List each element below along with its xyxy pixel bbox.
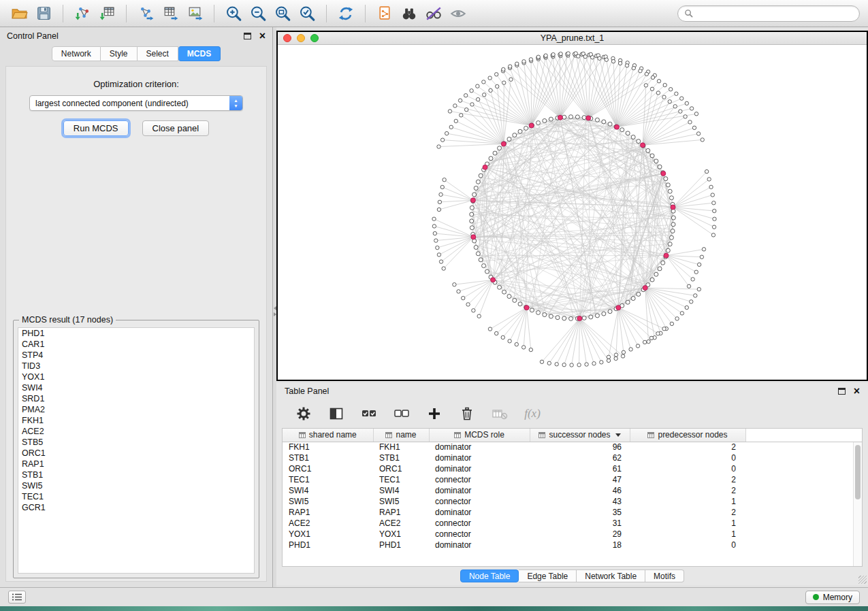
close-icon[interactable]: × [854,387,860,395]
save-session-button[interactable] [33,3,54,24]
table-row[interactable]: STB1STB1dominator620 [283,452,862,463]
table-cell[interactable]: ORC1 [373,463,429,474]
run-mcds-button[interactable]: Run MCDS [63,120,129,136]
table-scrollbar-thumb[interactable] [855,445,861,499]
mcds-result-item[interactable]: STB1 [18,469,254,480]
search-network-button[interactable] [398,3,420,24]
network-window-titlebar[interactable]: YPA_prune.txt_1 [278,32,867,45]
table-row[interactable]: FKH1FKH1dominator962 [283,442,862,452]
tab-node-table[interactable]: Node Table [460,569,519,582]
table-row[interactable]: ACE2ACE2connector311 [283,518,862,529]
deselect-all-button[interactable] [392,404,411,423]
table-cell[interactable]: dominator [429,452,530,463]
table-cell[interactable]: FKH1 [283,442,373,452]
table-cell[interactable]: 43 [530,496,630,507]
mcds-result-item[interactable]: PHD1 [18,328,254,339]
import-network-button[interactable] [71,3,93,24]
resize-grip[interactable] [858,576,867,584]
export-table-button[interactable] [159,3,181,24]
table-cell[interactable]: dominator [429,485,530,496]
table-cell[interactable]: 46 [530,485,630,496]
zoom-fit-button[interactable] [272,3,293,24]
table-cell[interactable]: 0 [630,452,745,463]
criterion-dropdown[interactable]: largest connected component (undirected)… [29,95,243,111]
table-cell[interactable]: SWI5 [373,496,429,507]
float-window-icon[interactable] [244,33,251,39]
add-column-button[interactable] [425,404,444,423]
close-icon[interactable]: × [259,32,266,40]
table-cell[interactable]: YOX1 [373,529,429,540]
tab-network[interactable]: Network [52,46,101,61]
tab-motifs[interactable]: Motifs [645,569,684,582]
table-cell[interactable]: YOX1 [283,529,373,540]
table-row[interactable]: SWI4SWI4dominator462 [283,485,862,496]
table-row[interactable]: RAP1RAP1dominator352 [283,507,862,518]
table-cell[interactable]: 0 [630,540,745,550]
table-cell[interactable]: ORC1 [283,463,373,474]
table-cell[interactable]: 29 [530,529,630,540]
task-history-button[interactable] [8,591,26,604]
table-cell[interactable]: 47 [530,474,630,485]
select-all-button[interactable] [359,404,379,423]
table-row[interactable]: SWI5SWI5connector431 [283,496,862,507]
table-cell[interactable]: dominator [429,463,530,474]
show-columns-button[interactable] [327,404,346,423]
minimize-window-icon[interactable] [297,34,305,42]
mcds-result-item[interactable]: YOX1 [18,371,254,382]
table-cell[interactable]: connector [429,518,530,529]
table-cell[interactable]: STB1 [373,452,429,463]
mcds-result-item[interactable]: STP4 [18,350,254,361]
refresh-view-button[interactable] [335,3,357,24]
table-cell[interactable]: dominator [429,540,530,550]
table-cell[interactable]: 1 [630,518,745,529]
table-cell[interactable]: STB1 [283,452,373,463]
mcds-result-item[interactable]: PMA2 [18,404,254,415]
float-window-icon[interactable] [838,388,846,395]
table-cell[interactable]: 1 [630,529,745,540]
delete-column-button[interactable] [457,404,477,423]
search-field[interactable] [677,5,860,22]
table-cell[interactable]: 62 [530,452,630,463]
search-input[interactable] [696,9,853,18]
tab-edge-table[interactable]: Edge Table [519,569,577,582]
mcds-result-item[interactable]: FKH1 [18,415,254,426]
table-cell[interactable]: RAP1 [373,507,429,518]
table-cell[interactable]: 2 [630,485,745,496]
zoom-selected-button[interactable] [296,3,318,24]
zoom-out-button[interactable] [247,3,269,24]
table-cell[interactable]: PHD1 [283,540,373,550]
table-cell[interactable]: SWI4 [373,485,429,496]
table-cell[interactable]: TEC1 [373,474,429,485]
memory-button[interactable]: Memory [805,591,860,604]
delete-table-button[interactable] [490,404,509,423]
close-panel-button[interactable]: Close panel [142,120,210,136]
maximize-window-icon[interactable] [310,34,319,42]
export-network-button[interactable] [135,3,157,24]
table-cell[interactable]: RAP1 [283,507,373,518]
table-cell[interactable]: 2 [630,442,745,452]
zoom-in-button[interactable] [223,3,244,24]
mcds-result-item[interactable]: SRD1 [18,393,254,404]
hide-selected-button[interactable] [423,3,445,24]
table-cell[interactable]: SWI5 [283,496,373,507]
clone-network-button[interactable] [374,3,396,24]
table-cell[interactable]: connector [429,474,530,485]
column-header-name[interactable]: name [373,429,429,442]
tab-mcds[interactable]: MCDS [178,46,221,61]
network-canvas[interactable] [278,45,867,380]
column-header-predecessor-nodes[interactable]: predecessor nodes [630,429,745,442]
mcds-result-list[interactable]: PHD1CAR1STP4TID3YOX1SWI4SRD1PMA2FKH1ACE2… [18,327,255,574]
table-cell[interactable]: 96 [530,442,630,452]
table-cell[interactable]: ACE2 [373,518,429,529]
tab-network-table[interactable]: Network Table [577,569,645,582]
mcds-result-item[interactable]: ORC1 [18,448,254,459]
column-header-mcds-role[interactable]: MCDS role [429,429,530,442]
import-table-button[interactable] [96,3,118,24]
table-scrollbar[interactable] [853,442,862,566]
table-cell[interactable]: dominator [429,507,530,518]
table-cell[interactable]: 2 [630,507,745,518]
open-session-button[interactable] [8,3,30,24]
table-cell[interactable]: connector [429,529,530,540]
mcds-result-item[interactable]: SWI4 [18,382,254,393]
column-header-shared-name[interactable]: shared name [283,429,373,442]
